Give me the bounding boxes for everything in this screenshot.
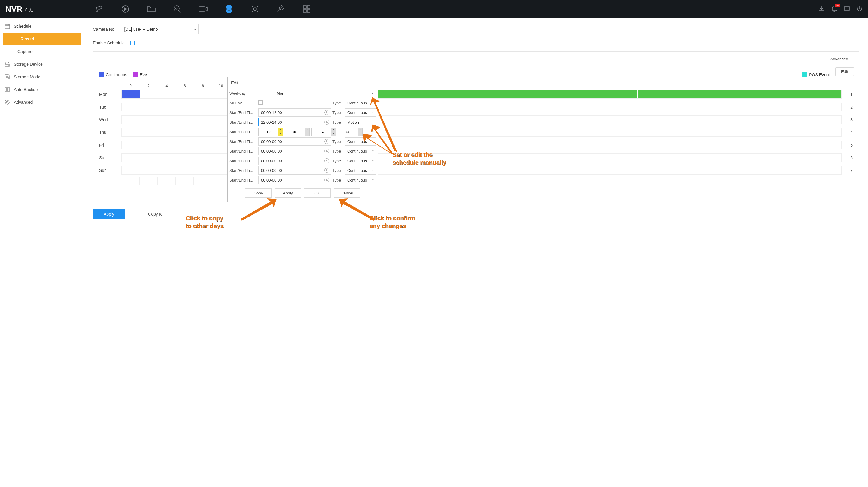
schedule-grid: 0 2 4 6 8 10 12 14 16 18 20 22 24 Mon — [99, 84, 852, 185]
svg-point-5 — [253, 7, 256, 10]
header-right — [818, 5, 863, 13]
hdd-icon — [4, 61, 10, 67]
sidebar-item-storage-mode[interactable]: Storage Mode — [0, 70, 84, 83]
svg-rect-11 — [5, 24, 10, 29]
day-row-tue[interactable]: Tue2 — [99, 101, 852, 113]
time-input-7[interactable]: 00:00-00:00 — [258, 166, 331, 175]
svg-rect-10 — [844, 7, 849, 10]
enable-schedule-label: Enable Schedule — [93, 40, 125, 45]
day-row-sun[interactable]: Sun7 — [99, 164, 852, 177]
chevron-down-icon: ⌄ — [76, 24, 80, 28]
apps-icon[interactable] — [302, 4, 312, 14]
time-input-4[interactable]: 00:00-00:00 — [258, 137, 331, 146]
svg-rect-2 — [199, 7, 205, 11]
hour2-spinner[interactable]: ▲▼ — [311, 127, 336, 136]
type-select-8[interactable]: Continuous — [345, 176, 376, 184]
day-row-fri[interactable]: Fri5 — [99, 139, 852, 151]
app-logo: NVR 4.0 — [5, 4, 34, 14]
sidebar-item-advanced[interactable]: Advanced — [0, 96, 84, 109]
sidebar-item-storage-device[interactable]: Storage Device — [0, 58, 84, 70]
time-spinner-row: ▲▼ ▲▼ ▲▼ ▲▼ — [258, 127, 363, 136]
apply-button[interactable]: Apply — [93, 209, 125, 219]
advanced-button[interactable]: Advanced — [825, 55, 854, 63]
arrow-icon — [361, 133, 403, 164]
min1-spinner[interactable]: ▲▼ — [285, 127, 310, 136]
search-icon[interactable] — [172, 4, 182, 14]
startend-label: Start/End Ti... — [229, 110, 257, 115]
svg-point-15 — [6, 101, 8, 103]
header-nav — [94, 4, 312, 14]
modal-copy-button[interactable]: Copy — [245, 188, 272, 197]
record-icon[interactable] — [198, 4, 208, 14]
sidebar-group-schedule[interactable]: Schedule ⌄ — [0, 20, 84, 33]
save-icon — [4, 74, 10, 80]
logo-text: NVR — [5, 4, 23, 14]
modal-cancel-button[interactable]: Cancel — [334, 188, 360, 197]
time-input-8[interactable]: 00:00-00:00 — [258, 176, 331, 184]
power-icon[interactable] — [857, 6, 863, 13]
enable-schedule-checkbox[interactable]: ✓ — [130, 41, 135, 45]
maintenance-icon[interactable] — [276, 4, 286, 14]
alarm-icon[interactable] — [831, 5, 837, 13]
legend-pos[interactable]: POS Event — [802, 72, 830, 77]
weekday-label: Weekday — [229, 91, 257, 96]
logo-version: 4.0 — [25, 6, 34, 13]
monitor-icon[interactable] — [844, 6, 850, 13]
sidebar-item-capture[interactable]: Capture — [0, 45, 84, 58]
legend: Continuous Eve POS Event None — [99, 70, 852, 80]
time-input-2[interactable]: 12:00-24:00 — [258, 118, 331, 126]
sidebar-item-record[interactable]: Record — [3, 33, 81, 45]
svg-rect-9 — [307, 10, 310, 12]
time-input-5[interactable]: 00:00-00:00 — [258, 147, 331, 155]
day-row-sat[interactable]: Sat6 — [99, 151, 852, 164]
type-select-7[interactable]: Continuous — [345, 166, 376, 175]
schedule-panel: Advanced Edit Continuous Eve POS Event N… — [93, 51, 859, 191]
day-row-wed[interactable]: Wed3 — [99, 113, 852, 126]
weekday-select[interactable]: Mon — [274, 89, 376, 97]
arrow-icon — [336, 198, 378, 223]
min2-spinner[interactable]: ▲▼ — [338, 127, 363, 136]
backup-icon — [4, 87, 10, 93]
modal-title: Edit — [227, 78, 378, 88]
folder-icon[interactable] — [146, 4, 156, 14]
storage-icon[interactable] — [224, 4, 234, 14]
clock-icon — [324, 110, 329, 115]
sidebar-item-auto-backup[interactable]: Auto Backup — [0, 83, 84, 96]
day-row-thu[interactable]: Thu4 — [99, 126, 852, 139]
calendar-icon — [4, 23, 10, 29]
allday-checkbox[interactable] — [258, 100, 262, 104]
annotation-copy: Click to copy to other days — [186, 214, 224, 230]
svg-rect-7 — [307, 6, 310, 8]
copyto-button[interactable]: Copy to — [137, 209, 173, 219]
camera-select[interactable]: [D1] use-IP Demo — [121, 24, 198, 34]
gear-icon — [4, 99, 10, 105]
legend-continuous[interactable]: Continuous — [99, 72, 127, 77]
day-row-mon[interactable]: Mon 1 — [99, 88, 852, 101]
arrow-icon — [238, 198, 280, 223]
sidebar-group-label: Schedule — [14, 24, 31, 29]
legend-event[interactable]: Eve — [133, 72, 147, 77]
app-header: NVR 4.0 — [0, 0, 868, 18]
hour1-spinner[interactable]: ▲▼ — [258, 127, 283, 136]
svg-rect-8 — [304, 10, 306, 12]
camera-icon[interactable] — [94, 4, 104, 14]
content-area: Camera No. [D1] use-IP Demo Enable Sched… — [84, 18, 868, 487]
sidebar: Schedule ⌄ Record Capture Storage Device… — [0, 18, 84, 487]
settings-icon[interactable] — [250, 4, 260, 14]
clock-icon — [324, 120, 329, 125]
modal-ok-button[interactable]: OK — [304, 188, 331, 197]
time-input-1[interactable]: 00:00-12:00 — [258, 108, 331, 117]
svg-point-1 — [174, 6, 179, 11]
edit-modal: Edit Weekday Mon All Day Type Continuous… — [227, 77, 378, 202]
download-icon[interactable] — [818, 6, 825, 13]
modal-apply-button[interactable]: Apply — [275, 188, 301, 197]
svg-rect-6 — [304, 6, 306, 8]
edit-button[interactable]: Edit — [835, 67, 854, 76]
playback-icon[interactable] — [120, 4, 130, 14]
allday-label: All Day — [229, 101, 257, 105]
camera-no-label: Camera No. — [93, 27, 116, 32]
time-input-6[interactable]: 00:00-00:00 — [258, 156, 331, 165]
svg-point-13 — [8, 65, 9, 65]
